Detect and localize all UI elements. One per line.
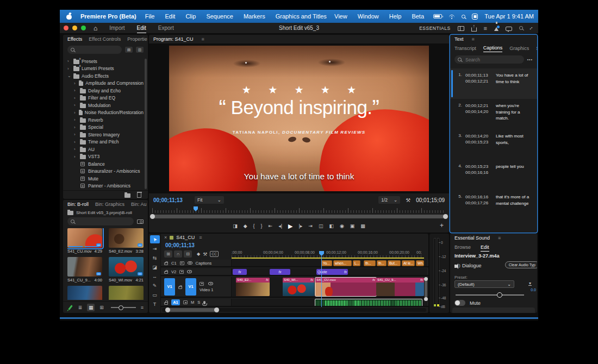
panel-menu-icon[interactable]: ≡ [498, 235, 501, 241]
clip-thumbnail[interactable]: ••• [109, 257, 144, 277]
chevron-icon[interactable]: › [74, 125, 78, 130]
track-select-forward-tool[interactable]: ⇥ [150, 244, 160, 253]
chevron-icon[interactable]: › [74, 81, 77, 86]
video-clip[interactable]: S40_WI...fx [283, 278, 314, 296]
menu-clock[interactable]: Tue Apr 1 9:41 AM [484, 13, 534, 20]
program-zoom-scrollbar[interactable] [151, 215, 447, 218]
volume-slider[interactable] [456, 294, 524, 296]
panel-tab[interactable]: Bin: B-roll [67, 202, 89, 207]
effects-scrollbar[interactable] [145, 59, 147, 189]
effects-tree-row[interactable]: › Amplitude and Compression [63, 80, 144, 87]
panel-tab[interactable]: Propertie [127, 36, 147, 42]
chevron-icon[interactable]: › [74, 103, 78, 108]
caption-clip[interactable]: At le... [402, 260, 415, 266]
stack-icon[interactable]: ≡ [484, 25, 487, 32]
S41_CU.mov[interactable]: ••• S41_CU.mov4:29 [67, 228, 102, 254]
apple-menu-icon[interactable] [66, 13, 72, 20]
menu-item[interactable]: Beta [412, 13, 424, 20]
caption-row[interactable]: 2. 00;00;12;2100;00;14;20 when you're tr… [450, 99, 537, 129]
selection-tool[interactable]: ➤ [150, 235, 160, 243]
caption-row[interactable]: 4. 00;00;15;2300;00;16;16 people tell yo… [450, 160, 537, 190]
chevron-icon[interactable]: ⌄ [67, 73, 71, 78]
caption-text[interactable]: that it's more of a mental challenge [496, 194, 534, 217]
track-select-a1[interactable]: A1 [171, 299, 180, 305]
timeline-playhead[interactable] [321, 254, 322, 307]
effects-tree-row[interactable]: › Presets [63, 58, 144, 65]
collapsed-section[interactable] [452, 307, 535, 313]
razor-tool[interactable]: ◪ [150, 263, 160, 271]
clip-thumbnail[interactable]: ••• [109, 228, 144, 248]
v1-track-content[interactable]: S40_E2...fx S40_WI...fx S41_CU.movfx [232, 277, 427, 297]
search-icon[interactable] [519, 26, 523, 30]
header-nav-tab[interactable]: Import [109, 23, 124, 33]
go-to-out-icon[interactable]: ⇥ [308, 223, 313, 229]
clear-audio-type-button[interactable]: Clear Audio Typ [505, 261, 537, 268]
chevron-icon[interactable]: › [74, 147, 78, 152]
settings-wrench-icon[interactable]: ⚒ [406, 197, 410, 203]
track-visibility-icon[interactable] [188, 261, 192, 265]
menu-item[interactable]: Help [389, 13, 402, 20]
menu-item[interactable]: Clip [185, 13, 196, 20]
add-marker-icon[interactable]: ◆ [244, 223, 247, 229]
clip-thumbnail[interactable]: ••• [67, 257, 102, 277]
panel-tab[interactable]: Edit [481, 244, 489, 252]
graphic-clip[interactable]: fx [270, 269, 290, 275]
track-select-v1[interactable]: V1 [185, 278, 196, 296]
caption-text[interactable]: You have a lot of time to think [496, 72, 534, 95]
panel-tab[interactable]: Bin: Au [131, 202, 147, 207]
solo-track-button[interactable]: S [197, 300, 200, 305]
program-playhead[interactable] [194, 206, 198, 211]
caption-clip[interactable]: th... [364, 260, 376, 266]
zoom-level-select[interactable]: Fit⌄ [195, 196, 224, 204]
captions-search-field[interactable] [464, 57, 502, 63]
quick-export-icon[interactable] [471, 27, 477, 32]
ripple-edit-tool[interactable]: ⇆ [150, 254, 160, 262]
list-view-icon[interactable]: ≣ [78, 305, 83, 310]
video-track-v1[interactable]: V1 V1 Video 1 S40_E2...fx S40_WI... [161, 277, 428, 298]
caption-clip[interactable]: Yo... [321, 260, 332, 266]
timeline-horizontal-scrollbar[interactable] [162, 308, 426, 312]
bin-search-field[interactable] [77, 218, 115, 225]
track-id[interactable]: V2 [171, 269, 176, 274]
bin-clip-partial[interactable] [67, 286, 102, 300]
effects-tree-row[interactable]: › Reverb [63, 116, 144, 124]
panel-tab[interactable]: Transcript [454, 46, 476, 51]
panel-menu-icon[interactable]: ≡ [202, 36, 204, 42]
timeline-settings-wrench-icon[interactable]: ⚒ [203, 252, 207, 257]
play-icon[interactable]: ▶ [288, 223, 292, 230]
app-menu-title[interactable]: Premiere Pro (Beta) [80, 13, 136, 20]
wifi-icon[interactable] [448, 14, 455, 19]
sync-lock-icon[interactable] [183, 300, 188, 304]
v2-track-content[interactable]: fxfxQuotefx [232, 268, 427, 275]
chevron-icon[interactable]: › [74, 110, 77, 115]
add-button-icon[interactable]: + [440, 222, 444, 229]
close-sequence-icon[interactable]: × [164, 235, 167, 240]
program-video-frame[interactable]: ★ ★ ★ ★ ★ “ Beyond inspiring.” TATIANA N… [169, 46, 429, 191]
preset-dropdown[interactable]: (Default)⌄ [454, 280, 514, 288]
S40_WI.mov[interactable]: ••• S40_WI.mov4:21 [109, 257, 144, 283]
mute-track-button[interactable]: M [191, 300, 194, 305]
clip-options-badge[interactable]: ••• [138, 272, 142, 275]
close-window-button[interactable] [64, 26, 68, 30]
S41_CU_9...[interactable]: ••• S41_CU_9...4:00 [67, 257, 102, 283]
header-nav-tab[interactable]: Edit [137, 23, 146, 33]
effects-tree-row[interactable]: Panner - Ambisonics [63, 183, 144, 190]
chevron-icon[interactable]: › [74, 154, 78, 159]
slip-tool[interactable]: ↔ [150, 272, 160, 280]
freeform-view-icon[interactable]: ⊞ [99, 305, 104, 310]
lock-icon[interactable] [164, 271, 168, 274]
captions-track[interactable]: C1 Captions Yo...when...L...th...th...Bu… [161, 260, 428, 267]
mark-in-icon[interactable]: { [253, 223, 255, 229]
program-timecode[interactable]: 00;00;11;13 [153, 197, 183, 203]
caption-clip[interactable]: when... [333, 260, 352, 266]
effects-tree-row[interactable]: › Stereo Imagery [63, 131, 144, 139]
audio-meters-panel[interactable]: 0-12-24-36-48dB [429, 234, 449, 313]
effects-tree-row[interactable]: Mute [63, 175, 144, 183]
chevron-icon[interactable]: › [74, 96, 78, 101]
save-preset-icon[interactable]: ▾ [528, 281, 532, 286]
effects-tree-row[interactable]: Balance [63, 160, 144, 168]
fullscreen-icon[interactable]: ↕ [528, 25, 534, 31]
effects-tree-row[interactable]: ⌄ Audio Effects [63, 72, 144, 80]
rectangle-tool[interactable]: ▭ [150, 291, 160, 299]
panel-tab[interactable]: Graphics [509, 46, 529, 51]
